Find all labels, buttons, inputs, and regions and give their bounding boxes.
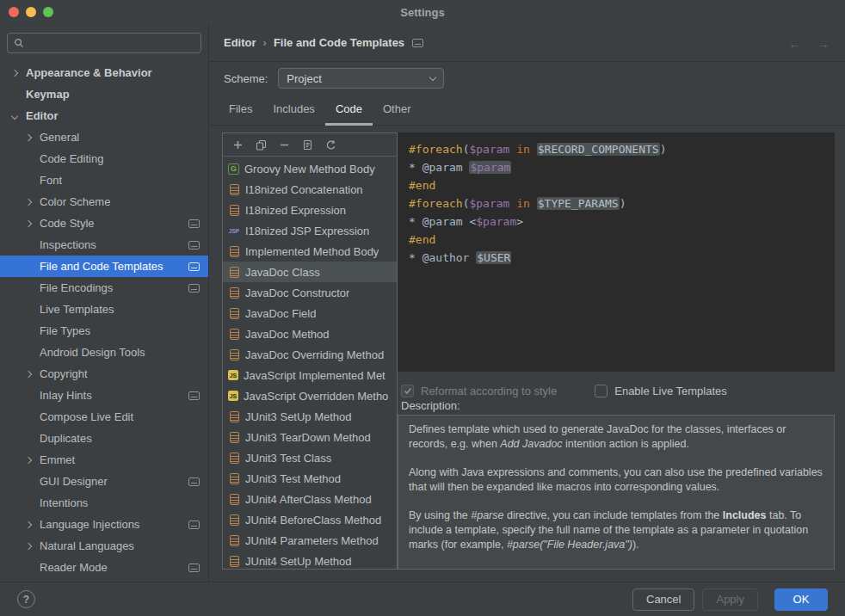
sidebar-item-language-injections[interactable]: Language Injections: [0, 514, 208, 535]
template-item-junit4-setup-method[interactable]: JUnit4 SetUp Method: [223, 551, 397, 569]
template-item-javascript-implemented-met[interactable]: JSJavaScript Implemented Met: [223, 365, 397, 385]
scheme-label: Scheme:: [224, 72, 268, 85]
zoom-button[interactable]: [43, 7, 53, 17]
template-file-icon: [230, 453, 239, 464]
sidebar-item-label: GUI Designer: [40, 475, 108, 488]
sidebar-item-general[interactable]: General: [0, 126, 208, 148]
sidebar-item-compose-live-edit[interactable]: Compose Live Edit: [0, 406, 208, 428]
tab-includes[interactable]: Includes: [262, 95, 324, 126]
reset-template-icon[interactable]: [324, 139, 336, 151]
sidebar-item-file-and-code-templates[interactable]: File and Code Templates: [0, 256, 208, 277]
template-item-javadoc-constructor[interactable]: JavaDoc Constructor: [223, 282, 397, 303]
template-list-panel: GGroovy New Method BodyI18nized Concaten…: [222, 132, 398, 570]
template-file-icon: [230, 308, 239, 319]
chevron-collapsed-icon[interactable]: [12, 71, 26, 76]
template-item-junit3-teardown-method[interactable]: JUnit3 TearDown Method: [223, 427, 397, 447]
template-item-i18nized-expression[interactable]: I18nized Expression: [223, 200, 397, 220]
template-item-javascript-overridden-metho[interactable]: JSJavaScript Overridden Metho: [223, 385, 397, 406]
template-item-label: JavaDoc Class: [245, 266, 320, 279]
sidebar-item-live-templates[interactable]: Live Templates: [0, 299, 208, 320]
template-file-icon: [230, 184, 239, 195]
chevron-expanded-icon[interactable]: [12, 114, 26, 119]
forward-icon[interactable]: →: [817, 36, 830, 51]
sidebar-item-inspections[interactable]: Inspections: [0, 234, 208, 256]
reformat-checkbox-label: Reformat according to style: [421, 385, 557, 397]
minimize-button[interactable]: [26, 7, 36, 17]
template-item-junit4-parameters-method[interactable]: JUnit4 Parameters Method: [223, 530, 397, 551]
ok-button[interactable]: OK: [774, 588, 828, 611]
template-item-junit3-test-method[interactable]: JUnit3 Test Method: [223, 468, 397, 489]
template-item-i18nized-jsp-expression[interactable]: JSPI18nized JSP Expression: [223, 220, 397, 241]
chevron-collapsed-icon[interactable]: [26, 135, 40, 140]
chevron-collapsed-icon[interactable]: [26, 221, 40, 226]
chevron-collapsed-icon[interactable]: [26, 544, 40, 549]
help-button[interactable]: ?: [17, 590, 35, 608]
template-item-junit4-beforeclass-method[interactable]: JUnit4 BeforeClass Method: [223, 509, 397, 530]
chevron-collapsed-icon[interactable]: [26, 200, 40, 205]
sidebar-item-font[interactable]: Font: [0, 169, 208, 191]
sidebar-item-editor[interactable]: Editor: [0, 105, 208, 126]
tab-other[interactable]: Other: [373, 95, 422, 126]
template-item-junit3-test-class[interactable]: JUnit3 Test Class: [223, 447, 397, 468]
template-item-label: I18nized Expression: [245, 204, 346, 217]
jsp-file-icon: JSP: [228, 228, 240, 234]
sidebar-item-file-encodings[interactable]: File Encodings: [0, 277, 208, 299]
sidebar-item-inlay-hints[interactable]: Inlay Hints: [0, 385, 208, 406]
sidebar-item-appearance-behavior[interactable]: Appearance & Behavior: [0, 62, 208, 83]
description-text: Defines template which used to generate …: [409, 422, 823, 570]
duplicate-template-icon[interactable]: [301, 139, 313, 151]
tab-files[interactable]: Files: [219, 95, 262, 126]
chevron-collapsed-icon[interactable]: [26, 458, 40, 463]
screen-icon: [188, 477, 200, 486]
tab-code[interactable]: Code: [325, 95, 373, 126]
screen-icon: [188, 262, 200, 271]
template-file-icon: [230, 329, 239, 340]
settings-main: Editor › File and Code Templates ← → Sch…: [210, 24, 845, 582]
description-paragraph: Along with Java expressions and comments…: [409, 465, 823, 495]
template-item-label: JUnit4 Parameters Method: [245, 534, 379, 547]
description-panel[interactable]: Defines template which used to generate …: [398, 415, 835, 570]
sidebar-item-emmet[interactable]: Emmet: [0, 449, 208, 471]
enable-live-templates-checkbox[interactable]: Enable Live Templates: [595, 385, 727, 397]
template-item-javadoc-method[interactable]: JavaDoc Method: [223, 323, 397, 344]
sidebar-item-copyright[interactable]: Copyright: [0, 363, 208, 385]
sidebar-item-keymap[interactable]: Keymap: [0, 83, 208, 105]
scheme-select[interactable]: Project: [278, 68, 444, 89]
chevron-collapsed-icon[interactable]: [26, 522, 40, 527]
sidebar-item-duplicates[interactable]: Duplicates: [0, 428, 208, 449]
template-item-i18nized-concatenation[interactable]: I18nized Concatenation: [223, 179, 397, 200]
close-button[interactable]: [9, 7, 19, 17]
checkbox-checked-icon: [401, 385, 414, 397]
sidebar-item-code-style[interactable]: Code Style: [0, 213, 208, 234]
template-item-javadoc-class[interactable]: JavaDoc Class: [223, 262, 397, 282]
sidebar-item-android-design-tools[interactable]: Android Design Tools: [0, 342, 208, 363]
template-item-javadoc-field[interactable]: JavaDoc Field: [223, 303, 397, 323]
sidebar-item-intentions[interactable]: Intentions: [0, 492, 208, 514]
search-input[interactable]: [28, 37, 194, 50]
add-template-icon[interactable]: [231, 139, 244, 151]
sidebar-item-color-scheme[interactable]: Color Scheme: [0, 191, 208, 213]
code-line: * @author $USER: [409, 249, 823, 267]
sidebar-item-gui-designer[interactable]: GUI Designer: [0, 471, 208, 492]
copy-template-icon[interactable]: [255, 139, 267, 151]
breadcrumb-editor[interactable]: Editor: [224, 36, 256, 49]
sidebar-item-code-editing[interactable]: Code Editing: [0, 148, 208, 169]
remove-template-icon[interactable]: [278, 139, 290, 151]
sidebar-item-file-types[interactable]: File Types: [0, 320, 208, 342]
settings-search[interactable]: [7, 33, 201, 53]
sidebar-item-label: Live Templates: [40, 303, 114, 316]
sidebar-item-natural-languages[interactable]: Natural Languages: [0, 535, 208, 557]
template-item-groovy-new-method-body[interactable]: GGroovy New Method Body: [223, 158, 397, 179]
back-icon[interactable]: ←: [788, 36, 801, 51]
template-item-junit4-afterclass-method[interactable]: JUnit4 AfterClass Method: [223, 489, 397, 509]
sidebar-item-label: File Types: [40, 324, 90, 337]
chevron-collapsed-icon[interactable]: [26, 372, 40, 377]
sidebar-item-reader-mode[interactable]: Reader Mode: [0, 557, 208, 578]
template-editor[interactable]: #foreach($param in $RECORD_COMPONENTS) *…: [398, 132, 835, 372]
template-item-javadoc-overriding-method[interactable]: JavaDoc Overriding Method: [223, 344, 397, 365]
template-item-label: JavaScript Overridden Metho: [244, 390, 388, 403]
sidebar-item-label: Android Design Tools: [40, 346, 145, 359]
template-item-junit3-setup-method[interactable]: JUnit3 SetUp Method: [223, 406, 397, 427]
template-item-implemented-method-body[interactable]: Implemented Method Body: [223, 241, 397, 262]
cancel-button[interactable]: Cancel: [632, 588, 694, 611]
